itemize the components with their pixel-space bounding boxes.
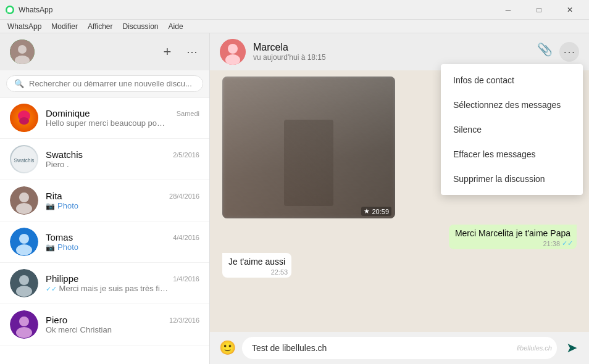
chat-name-philippe: Philippe: [46, 273, 78, 284]
message-image-content: ★ 20:59: [222, 77, 395, 218]
chat-item-piero[interactable]: Piero 12/3/2016 Ok merci Christian: [0, 304, 209, 345]
chat-info-dominique: Dominique Samedi Hello super merci beauc…: [46, 108, 199, 128]
send-button[interactable]: ➤: [564, 341, 579, 355]
chat-preview-rita: 📷 Photo: [46, 201, 169, 210]
chat-time-swatchis: 2/5/2016: [173, 151, 199, 159]
message-received-bubble: Je t'aime aussi 22:53: [222, 253, 291, 278]
chat-more-button[interactable]: ⋯: [559, 42, 579, 62]
message-sent-text: Merci Marcelita je t'aime Papa: [455, 228, 570, 238]
message-sent-bubble: Merci Marcelita je t'aime Papa 21:38 ✓✓: [449, 225, 577, 249]
chat-time-philippe: 1/4/2016: [173, 275, 199, 283]
sidebar-header: + ⋯: [0, 33, 209, 70]
sidebar-actions: + ⋯: [160, 44, 199, 59]
camera-icon-rita: 📷: [46, 202, 55, 210]
chat-info-swatchis: Swatchis 2/5/2016 Piero .: [46, 149, 199, 169]
context-menu-item-silence[interactable]: Silence: [441, 117, 583, 142]
chat-name-tomas: Tomas: [46, 232, 73, 242]
chat-preview-swatchis: Piero .: [46, 160, 169, 169]
camera-icon-tomas: 📷: [46, 243, 55, 252]
svg-text:Swatchis: Swatchis: [14, 158, 35, 163]
sidebar: + ⋯ 🔍: [0, 33, 210, 364]
watermark-text: libellules.ch: [517, 344, 552, 352]
star-icon: ★: [364, 207, 370, 215]
avatar-tomas: [10, 228, 38, 256]
svg-point-13: [19, 234, 29, 244]
chat-info-tomas: Tomas 4/4/2016 📷 Photo: [46, 232, 199, 252]
menu-whatsapp[interactable]: WhatsApp: [2, 21, 46, 32]
minimize-button[interactable]: ─: [494, 0, 522, 20]
new-chat-button[interactable]: +: [160, 44, 175, 59]
close-button[interactable]: ✕: [556, 0, 584, 20]
message-input[interactable]: [242, 337, 557, 359]
menu-modifier[interactable]: Modifier: [46, 21, 83, 32]
chat-time-tomas: 4/4/2016: [173, 234, 199, 241]
avatar-dominique: [10, 104, 38, 132]
chat-time-dominique: Samedi: [177, 110, 199, 117]
app-icon: [5, 5, 15, 15]
avatar-swatchis: Swatchis: [10, 145, 38, 173]
svg-point-16: [19, 275, 29, 285]
attach-button[interactable]: 📎: [537, 42, 552, 57]
chat-info-philippe: Philippe 1/4/2016 ✓✓ Merci mais je suis …: [46, 273, 199, 293]
chat-info-rita: Rita 28/4/2016 📷 Photo: [46, 191, 199, 210]
context-menu-item-select[interactable]: Sélectionnez des messages: [441, 93, 583, 117]
chat-preview-dominique: Hello super merci beaucoup pour l...: [46, 118, 169, 128]
avatar-rita: [10, 186, 38, 215]
context-menu-item-effacer[interactable]: Effacer les messages: [441, 142, 583, 167]
titlebar: WhatsApp ─ □ ✕: [0, 0, 589, 20]
svg-point-17: [16, 286, 32, 297]
message-received-time: 22:53: [271, 268, 288, 276]
message-sent-time: 21:38: [543, 240, 560, 247]
chat-preview-philippe: ✓✓ Merci mais je suis pas très fier ...: [46, 284, 169, 293]
chat-time-rita: 28/4/2016: [169, 192, 199, 200]
message-sent-meta: 21:38 ✓✓: [543, 239, 573, 247]
message-received-text: Je t'aime aussi: [228, 257, 285, 267]
search-input-wrap: 🔍: [6, 75, 203, 92]
chat-contact-info: Marcela vu aujourd'hui à 18:15: [253, 42, 530, 62]
menu-discussion[interactable]: Discussion: [118, 21, 164, 32]
more-options-button[interactable]: ⋯: [185, 44, 199, 59]
double-check-icon: ✓✓: [562, 239, 573, 247]
my-avatar[interactable]: [10, 39, 35, 64]
context-menu: Infos de contact Sélectionnez des messag…: [441, 64, 583, 195]
chat-item-rita[interactable]: Rita 28/4/2016 📷 Photo: [0, 180, 209, 221]
chat-list: Dominique Samedi Hello super merci beauc…: [0, 97, 209, 364]
chat-input-area: 🙂 libellules.ch ➤: [210, 332, 589, 364]
chat-item-swatchis[interactable]: Swatchis Swatchis 2/5/2016 Piero .: [0, 139, 209, 180]
message-received: Je t'aime aussi 22:53: [222, 253, 577, 278]
svg-point-2: [18, 45, 27, 54]
chat-panel: Marcela vu aujourd'hui à 18:15 📎 ⋯ Infos…: [210, 33, 589, 364]
avatar-piero: [10, 310, 38, 339]
svg-point-11: [16, 203, 32, 214]
svg-point-19: [19, 316, 29, 326]
chat-name-rita: Rita: [46, 191, 62, 201]
search-icon: 🔍: [14, 79, 24, 88]
chat-name-dominique: Dominique: [46, 108, 90, 118]
chat-header: Marcela vu aujourd'hui à 18:15 📎 ⋯ Infos…: [210, 33, 589, 70]
app-container: + ⋯ 🔍: [0, 33, 589, 364]
menu-aide[interactable]: Aide: [164, 21, 188, 32]
chat-info-piero: Piero 12/3/2016 Ok merci Christian: [46, 315, 199, 334]
svg-point-22: [228, 44, 238, 54]
svg-point-10: [19, 192, 29, 202]
menu-afficher[interactable]: Afficher: [83, 21, 117, 32]
context-menu-item-infos[interactable]: Infos de contact: [441, 68, 583, 93]
chat-contact-name: Marcela: [253, 42, 530, 53]
maximize-button[interactable]: □: [525, 0, 553, 20]
chat-name-piero: Piero: [46, 315, 67, 325]
svg-point-14: [16, 244, 32, 255]
chat-item-dominique[interactable]: Dominique Samedi Hello super merci beauc…: [0, 97, 209, 139]
emoji-button[interactable]: 🙂: [220, 341, 235, 355]
app-title: WhatsApp: [19, 6, 494, 14]
avatar-marcela[interactable]: [220, 39, 246, 65]
chat-item-philippe[interactable]: Philippe 1/4/2016 ✓✓ Merci mais je suis …: [0, 263, 209, 304]
chat-item-tomas[interactable]: Tomas 4/4/2016 📷 Photo: [0, 221, 209, 263]
chat-contact-status: vu aujourd'hui à 18:15: [253, 53, 530, 62]
menubar: WhatsApp Modifier Afficher Discussion Ai…: [0, 20, 589, 33]
context-menu-item-supprimer[interactable]: Supprimer la discussion: [441, 167, 583, 191]
search-input[interactable]: [29, 79, 195, 88]
chat-preview-tomas: 📷 Photo: [46, 242, 169, 252]
chat-header-actions: 📎 ⋯: [537, 42, 579, 62]
avatar-philippe: [10, 269, 38, 297]
chat-name-swatchis: Swatchis: [46, 149, 83, 160]
